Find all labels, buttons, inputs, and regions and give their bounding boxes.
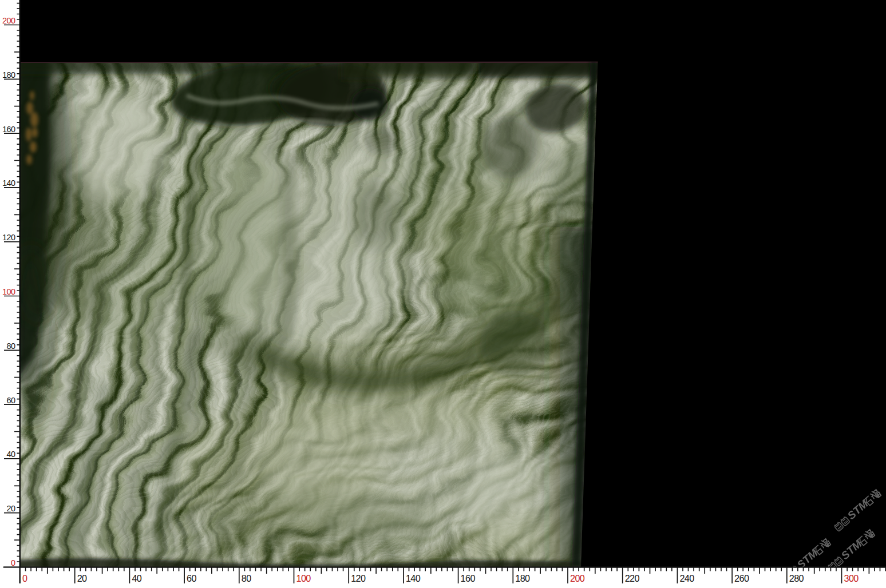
svg-text:200: 200 <box>570 573 585 583</box>
svg-text:180: 180 <box>2 70 15 80</box>
svg-text:80: 80 <box>7 341 15 351</box>
svg-text:220: 220 <box>625 573 640 583</box>
svg-text:260: 260 <box>734 573 749 583</box>
svg-text:300: 300 <box>844 573 859 583</box>
svg-text:60: 60 <box>187 573 196 583</box>
svg-text:200: 200 <box>2 16 15 25</box>
svg-text:240: 240 <box>679 573 694 583</box>
svg-text:40: 40 <box>7 450 15 459</box>
svg-text:80: 80 <box>242 573 251 583</box>
svg-text:120: 120 <box>351 573 366 583</box>
svg-text:120: 120 <box>2 233 15 242</box>
svg-text:0: 0 <box>22 573 27 583</box>
svg-text:20: 20 <box>7 504 15 513</box>
svg-text:180: 180 <box>515 573 530 583</box>
svg-text:160: 160 <box>2 125 15 134</box>
svg-text:20: 20 <box>77 573 87 583</box>
svg-text:100: 100 <box>296 573 311 583</box>
svg-text:280: 280 <box>789 573 804 583</box>
svg-text:100: 100 <box>2 287 15 296</box>
svg-text:140: 140 <box>2 178 15 188</box>
svg-text:40: 40 <box>132 573 141 583</box>
svg-text:160: 160 <box>461 573 476 583</box>
svg-text:60: 60 <box>7 396 15 405</box>
svg-text:140: 140 <box>406 573 421 583</box>
svg-text:0: 0 <box>11 558 15 567</box>
